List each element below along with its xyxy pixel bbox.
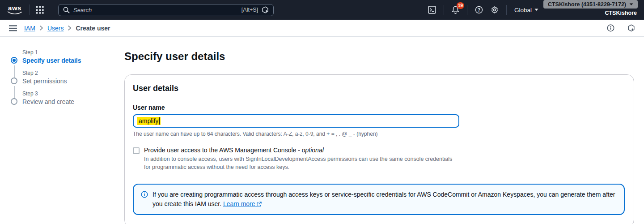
wizard-step-3[interactable]: Step 3 Review and create <box>11 90 124 105</box>
topbar-divider <box>444 5 444 15</box>
console-access-label[interactable]: Provide user access to the AWS Managemen… <box>144 146 459 154</box>
cloudshell-icon[interactable] <box>428 6 436 14</box>
page-title: Specify user details <box>124 50 634 63</box>
breadcrumb: IAM Users Create user <box>24 25 110 32</box>
info-alert-text: If you are creating programmatic access … <box>153 190 617 209</box>
breadcrumb-iam-link[interactable]: IAM <box>24 25 35 32</box>
step-radio-filled-icon <box>11 57 17 64</box>
info-icon[interactable] <box>607 24 614 32</box>
step-title: Set permissions <box>22 78 124 85</box>
step-number-label: Step 3 <box>22 90 124 97</box>
search-input[interactable]: Search [Alt+S] <box>58 4 274 16</box>
info-alert: If you are creating programmatic access … <box>133 184 625 215</box>
help-icon[interactable]: ? <box>475 6 483 14</box>
card-heading: User details <box>133 84 625 93</box>
account-menu-button[interactable]: CTSKishore (4351-8229-7172) <box>543 0 638 9</box>
external-link-icon <box>257 202 262 207</box>
search-placeholder: Search <box>73 7 238 13</box>
main-panel: Specify user details User details User n… <box>124 37 644 224</box>
topbar-divider <box>506 5 507 15</box>
step-number-label: Step 2 <box>22 70 124 76</box>
user-name-value: amplify <box>137 117 161 125</box>
notifications-bell-icon[interactable]: 19 <box>452 6 459 14</box>
region-label: Global <box>514 7 532 13</box>
step-number-label: Step 1 <box>22 49 124 56</box>
user-name-input[interactable]: amplify <box>133 114 459 128</box>
services-grid-icon[interactable] <box>36 6 44 14</box>
breadcrumb-separator-icon <box>40 26 43 30</box>
console-access-row: Provide user access to the AWS Managemen… <box>133 146 625 171</box>
search-icon <box>63 7 70 13</box>
amazon-q-icon <box>262 6 269 13</box>
account-menu-label: CTSKishore (4351-8229-7172) <box>548 1 626 8</box>
wizard-step-1[interactable]: Step 1 Specify user details <box>11 49 124 64</box>
notification-count-badge: 19 <box>457 2 464 9</box>
top-nav-bar: aws <box>0 0 644 20</box>
topbar-divider <box>30 4 30 15</box>
user-name-label: User name <box>133 104 625 111</box>
breadcrumb-users-link[interactable]: Users <box>47 25 64 32</box>
breadcrumb-separator-icon <box>68 26 71 30</box>
settings-gear-icon[interactable] <box>491 6 499 14</box>
step-radio-empty-icon <box>11 78 17 84</box>
topbar-left: aws <box>6 4 274 16</box>
wizard-steps-sidebar: Step 1 Specify user details Step 2 Set p… <box>0 37 124 224</box>
breadcrumb-right-tools <box>607 24 635 33</box>
info-icon <box>141 191 148 209</box>
hamburger-menu-icon[interactable] <box>9 25 17 31</box>
text-cursor <box>159 117 160 125</box>
chevron-down-icon <box>629 3 633 6</box>
console-access-description: In addition to console access, users wit… <box>144 155 459 171</box>
step-radio-empty-icon <box>11 98 17 105</box>
topbar-divider <box>467 5 467 15</box>
content-area: Step 1 Specify user details Step 2 Set p… <box>0 37 644 224</box>
user-name-hint: The user name can have up to 64 characte… <box>133 131 625 137</box>
step-title: Specify user details <box>22 57 124 64</box>
amazon-q-icon[interactable] <box>627 24 635 32</box>
wizard-step-2[interactable]: Step 2 Set permissions <box>11 70 124 85</box>
search-shortcut: [Alt+S] <box>242 7 258 13</box>
aws-iam-create-user-page: aws <box>0 0 644 224</box>
aws-logo[interactable]: aws <box>6 5 23 15</box>
chevron-down-icon <box>534 9 538 11</box>
aws-logo-text: aws <box>8 5 21 11</box>
svg-text:?: ? <box>478 8 480 13</box>
divider <box>621 24 621 33</box>
account-name-label: CTSKishore <box>605 10 637 16</box>
breadcrumb-current: Create user <box>76 25 110 32</box>
breadcrumb-bar: IAM Users Create user <box>0 20 644 37</box>
console-access-checkbox[interactable] <box>133 147 140 154</box>
step-title: Review and create <box>22 98 124 105</box>
user-details-card: User details User name amplify The user … <box>124 74 634 224</box>
learn-more-link[interactable]: Learn more <box>223 200 262 207</box>
aws-smile-icon <box>7 11 22 15</box>
console-access-text: Provide user access to the AWS Managemen… <box>144 146 459 171</box>
region-selector[interactable]: Global <box>514 7 538 13</box>
